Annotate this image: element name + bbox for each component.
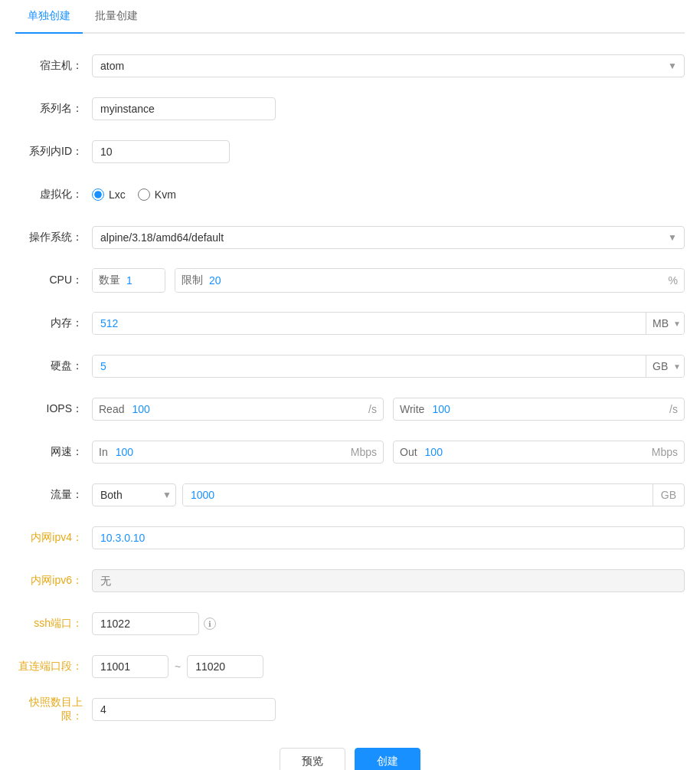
ipv4-input[interactable]: 10.3.0.10 (92, 526, 685, 549)
network-out-box: Out 100 Mbps (393, 441, 685, 464)
tab-batch[interactable]: 批量创建 (83, 0, 150, 32)
iops-write-prefix: Write (394, 398, 430, 420)
iops-write-box: Write 100 /s (393, 398, 685, 421)
traffic-direction-select[interactable]: Both In Out (92, 483, 176, 506)
radio-kvm-input[interactable] (138, 188, 150, 201)
network-speed-label: 网速： (15, 445, 92, 459)
cpu-limit-prefix: 限制 (175, 269, 209, 292)
cpu-limit-input[interactable]: 20 (209, 270, 662, 291)
host-row: 宿主机： atom ▼ (15, 52, 685, 80)
ipv6-label: 内网ipv6： (15, 574, 92, 588)
host-select-wrapper: atom ▼ (92, 54, 685, 77)
radio-lxc-label: Lxc (109, 188, 126, 201)
traffic-direction-wrapper: Both In Out ▼ (92, 483, 176, 506)
network-speed-group: In 100 Mbps Out 100 Mbps (92, 441, 685, 464)
network-in-box: In 100 Mbps (92, 441, 384, 464)
preview-button[interactable]: 预览 (280, 748, 345, 770)
virtualization-row: 虚拟化： Lxc Kvm (15, 181, 685, 208)
direct-port-label: 直连端口段： (15, 660, 92, 673)
network-out-prefix: Out (394, 441, 424, 463)
iops-label: IOPS： (15, 402, 92, 416)
cpu-label: CPU： (15, 274, 92, 287)
ssh-port-info-icon[interactable]: ℹ (204, 618, 216, 630)
cpu-limit-box: 限制 20 % (175, 268, 685, 293)
ipv4-row: 内网ipv4： 10.3.0.10 (15, 524, 685, 552)
direct-port-separator: ~ (175, 660, 181, 673)
tab-bar: 单独创建 批量创建 (15, 0, 685, 34)
memory-input[interactable]: 512 (93, 313, 646, 334)
disk-unit-wrapper: GB TB ▼ (646, 356, 684, 377)
ssh-port-input[interactable]: 11022 (92, 612, 199, 635)
network-out-suffix: Mbps (646, 441, 684, 463)
network-out-input[interactable]: 100 (424, 441, 646, 463)
os-select-wrapper: alpine/3.18/amd64/default ▼ (92, 226, 685, 249)
network-in-input[interactable]: 100 (114, 441, 345, 463)
snapshot-limit-row: 快照数目上限： 4 (15, 696, 685, 723)
direct-port-start-input[interactable]: 11001 (92, 655, 168, 678)
memory-row: 内存： 512 MB GB ▼ (15, 310, 685, 337)
os-select[interactable]: alpine/3.18/amd64/default (92, 226, 685, 249)
memory-input-box: 512 MB GB ▼ (92, 312, 685, 335)
ipv4-label: 内网ipv4： (15, 531, 92, 545)
iops-read-input[interactable]: 100 (130, 398, 362, 420)
iops-group: Read 100 /s Write 100 /s (92, 398, 685, 421)
memory-label: 内存： (15, 316, 92, 330)
memory-unit-wrapper: MB GB ▼ (646, 313, 684, 334)
instance-name-input[interactable]: myinstance (92, 97, 276, 120)
direct-port-group: 11001 ~ 11020 (92, 655, 263, 678)
disk-row: 硬盘： 5 GB TB ▼ (15, 352, 685, 380)
disk-input[interactable]: 5 (93, 356, 646, 377)
radio-kvm[interactable]: Kvm (138, 188, 176, 201)
direct-port-end-input[interactable]: 11020 (187, 655, 263, 678)
traffic-value-input[interactable]: 1000 (183, 484, 653, 506)
iops-write-suffix: /s (663, 398, 684, 420)
disk-label: 硬盘： (15, 359, 92, 373)
radio-kvm-label: Kvm (155, 188, 176, 201)
radio-lxc-input[interactable] (92, 188, 104, 201)
ssh-port-label: ssh端口： (15, 617, 92, 631)
ipv6-input[interactable] (92, 569, 685, 592)
traffic-row: 流量： Both In Out ▼ 1000 GB (15, 481, 685, 509)
virtualization-options: Lxc Kvm (92, 188, 176, 201)
network-speed-row: 网速： In 100 Mbps Out 100 Mbps (15, 438, 685, 466)
instance-name-label: 系列名： (15, 102, 92, 116)
cpu-group: 数量 1 限制 20 % (92, 268, 685, 293)
create-button[interactable]: 创建 (355, 748, 420, 770)
cpu-count-box: 数量 1 (92, 268, 165, 293)
network-in-prefix: In (93, 441, 114, 463)
iops-write-input[interactable]: 100 (430, 398, 663, 420)
cpu-row: CPU： 数量 1 限制 20 % (15, 267, 685, 294)
os-row: 操作系统： alpine/3.18/amd64/default ▼ (15, 224, 685, 251)
ipv6-row: 内网ipv6： (15, 567, 685, 595)
traffic-unit: GB (653, 484, 684, 506)
iops-row: IOPS： Read 100 /s Write 100 /s (15, 395, 685, 423)
virtualization-label: 虚拟化： (15, 188, 92, 202)
cpu-count-input[interactable]: 1 (126, 270, 165, 291)
direct-port-row: 直连端口段： 11001 ~ 11020 (15, 653, 685, 680)
host-label: 宿主机： (15, 59, 92, 73)
iops-read-suffix: /s (362, 398, 383, 420)
disk-unit-select[interactable]: GB TB (646, 356, 684, 377)
cpu-count-prefix: 数量 (93, 269, 126, 292)
series-id-input[interactable]: 10 (92, 140, 230, 163)
ssh-port-group: 11022 ℹ (92, 612, 216, 635)
snapshot-limit-label: 快照数目上限： (15, 696, 92, 723)
iops-read-box: Read 100 /s (92, 398, 384, 421)
page-container: 单独创建 批量创建 宿主机： atom ▼ 系列名： myinstance 系列… (0, 0, 700, 770)
snapshot-limit-input[interactable]: 4 (92, 698, 276, 721)
ssh-port-row: ssh端口： 11022 ℹ (15, 610, 685, 637)
series-id-label: 系列内ID： (15, 145, 92, 159)
radio-lxc[interactable]: Lxc (92, 188, 126, 201)
host-select[interactable]: atom (92, 54, 685, 77)
memory-unit-select[interactable]: MB GB (646, 313, 684, 334)
traffic-group: Both In Out ▼ 1000 GB (92, 483, 685, 506)
series-id-row: 系列内ID： 10 (15, 138, 685, 165)
traffic-label: 流量： (15, 488, 92, 502)
traffic-value-box: 1000 GB (182, 483, 685, 506)
os-label: 操作系统： (15, 231, 92, 244)
cpu-limit-suffix: % (662, 270, 684, 291)
iops-read-prefix: Read (93, 398, 130, 420)
disk-input-box: 5 GB TB ▼ (92, 355, 685, 378)
network-in-suffix: Mbps (345, 441, 383, 463)
tab-single[interactable]: 单独创建 (15, 0, 83, 32)
